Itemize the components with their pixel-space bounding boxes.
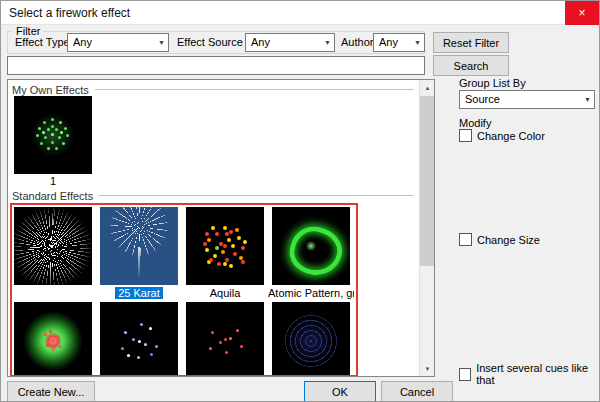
search-button[interactable]: Search: [433, 55, 509, 76]
group-header-label: Standard Effects: [12, 190, 93, 202]
group-header-rule: [99, 195, 414, 196]
effect-thumbnail-purple-sparse-dots[interactable]: [100, 302, 178, 377]
effect-type-select[interactable]: Any ▼: [67, 33, 169, 52]
cancel-button[interactable]: Cancel: [381, 381, 453, 402]
effect-source-select[interactable]: Any ▼: [245, 33, 335, 52]
effect-source-value: Any: [251, 36, 270, 48]
change-color-checkbox[interactable]: Change Color: [459, 129, 545, 142]
group-header-label: My Own Effects: [12, 84, 89, 96]
group-list-by-select[interactable]: Source ▼: [459, 90, 595, 109]
checkbox-label: Change Size: [477, 234, 540, 246]
group-header-standard-effects: Standard Effects: [12, 189, 414, 202]
up-arrow-icon: ▲: [425, 85, 431, 91]
group-header-rule: [95, 89, 414, 90]
chevron-down-icon: ▼: [584, 96, 591, 103]
effect-thumbnail-green-glow-ring[interactable]: [272, 207, 350, 285]
insert-several-cues-checkbox[interactable]: Insert several cues like that: [459, 362, 599, 386]
search-input[interactable]: [7, 56, 425, 75]
effect-thumbnail-faint-blue-dot-sphere[interactable]: [272, 302, 350, 377]
checkbox-box[interactable]: [459, 129, 472, 142]
effect-list[interactable]: My Own Effects 1 Standard Effects 25 Kar…: [7, 79, 435, 377]
title-bar: Select a firework effect ×: [1, 1, 599, 25]
effect-thumbnail-white-palm-on-blue[interactable]: [100, 207, 178, 285]
close-button[interactable]: ×: [565, 1, 599, 25]
checkbox-box[interactable]: [459, 368, 471, 381]
checkbox-box[interactable]: [459, 233, 472, 246]
reset-filter-button[interactable]: Reset Filter: [433, 32, 509, 53]
effect-thumbnail-green-red-ball[interactable]: [14, 302, 92, 377]
checkbox-label: Insert several cues like that: [476, 362, 599, 386]
group-header-my-own-effects: My Own Effects: [12, 83, 414, 96]
chevron-down-icon: ▼: [158, 39, 165, 46]
scroll-down-button[interactable]: ▼: [420, 361, 435, 376]
scrollbar-thumb[interactable]: [420, 96, 435, 266]
effect-thumbnail-white-fan-burst[interactable]: [14, 207, 92, 285]
window-title: Select a firework effect: [9, 6, 130, 20]
select-firework-effect-dialog: Select a firework effect × Filter Effect…: [0, 0, 600, 402]
group-list-by-label: Group List By: [459, 77, 526, 89]
create-new-button[interactable]: Create New...: [7, 381, 95, 402]
chevron-down-icon: ▼: [324, 39, 331, 46]
change-size-checkbox[interactable]: Change Size: [459, 233, 540, 246]
group-list-by-value: Source: [465, 93, 500, 105]
ok-button[interactable]: OK: [304, 381, 376, 402]
chevron-down-icon: ▼: [414, 39, 421, 46]
author-select[interactable]: Any ▼: [373, 33, 425, 52]
author-value: Any: [379, 36, 398, 48]
down-arrow-icon: ▼: [425, 366, 431, 372]
modify-label: Modify: [459, 117, 491, 129]
close-icon: ×: [578, 6, 585, 20]
effect-label: [10, 286, 96, 300]
effect-label: Atomic Pattern, green: [268, 286, 354, 300]
effect-type-value: Any: [73, 36, 92, 48]
effect-thumbnail-red-sparse-dots[interactable]: [186, 302, 264, 377]
effect-label: Aquila: [182, 286, 268, 300]
author-label: Author: [341, 36, 373, 48]
effect-thumbnail-green-dot-burst[interactable]: [14, 96, 92, 174]
checkbox-label: Change Color: [477, 130, 545, 142]
effect-type-label: Effect Type: [15, 36, 70, 48]
effect-label-selected[interactable]: 25 Karat: [96, 286, 182, 300]
effect-thumbnail-red-yellow-dot-ball[interactable]: [186, 207, 264, 285]
effect-label: 1: [10, 174, 96, 188]
scroll-up-button[interactable]: ▲: [420, 80, 435, 95]
vertical-scrollbar[interactable]: ▲ ▼: [419, 80, 434, 376]
effect-source-label: Effect Source: [177, 36, 243, 48]
